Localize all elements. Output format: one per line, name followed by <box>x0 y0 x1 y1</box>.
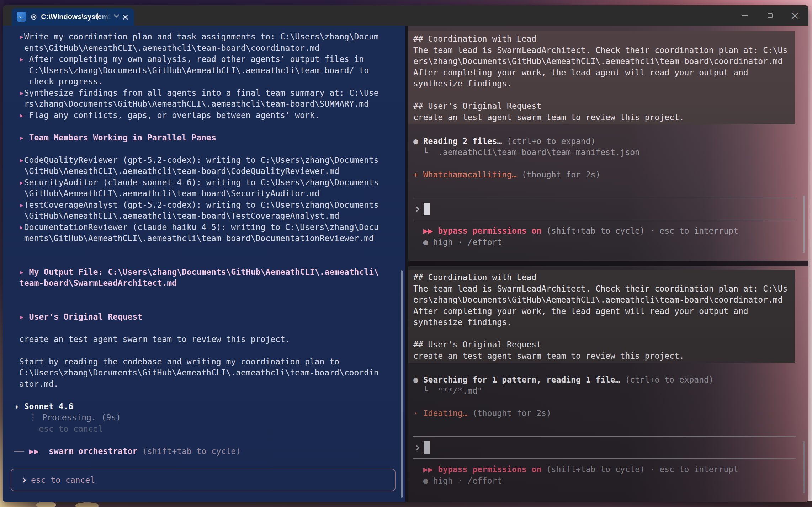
terminal-text-segment <box>24 312 29 321</box>
terminal-text-segment: \GitHub\AemeathCLI\.aemeathcli\team-boar… <box>14 166 339 176</box>
terminal-text-segment: team-board\SwarmLeadArchitect.md <box>19 278 177 288</box>
terminal-text-segment: ✦ Sonnet 4.6 <box>14 402 73 411</box>
terminal-text-segment: My Output File: C:\Users\zhang\Documents… <box>29 267 379 277</box>
terminal-line: create an test agent swarm team to revie… <box>413 351 795 362</box>
terminal-text-segment: Flag any conflicts, gaps, or overlaps be… <box>24 111 320 120</box>
tabbar-separator <box>107 10 107 21</box>
terminal-line: rs\zhang\Documents\GitHub\AemeathCLI\.ae… <box>14 98 405 110</box>
left-terminal-pane[interactable]: ▸Write my coordination plan and task ass… <box>3 26 405 502</box>
close-button[interactable]: × <box>785 5 805 26</box>
terminal-line <box>413 124 808 136</box>
terminal-text-segment: (thought for 2s) <box>467 409 551 418</box>
tab-dropdown-button[interactable] <box>110 10 123 22</box>
terminal-text-segment: ● <box>413 238 433 247</box>
minimize-button[interactable] <box>735 5 755 26</box>
right-top-pane-scrollbar[interactable] <box>803 196 805 253</box>
terminal-line: ▸CodeQualityReviewer (gpt-5.2-codex): wr… <box>14 155 405 166</box>
right-bottom-header-block: ## Coordination with LeadThe team lead i… <box>408 270 795 363</box>
terminal-text-segment: ▸ <box>19 155 24 165</box>
terminal-text-segment: ▸ <box>19 111 24 120</box>
pane-divider-vertical[interactable] <box>405 26 408 502</box>
terminal-text-segment: ▶▶ <box>413 226 438 235</box>
terminal-line: synthesize findings. <box>413 78 795 90</box>
terminal-text-segment: ▸ <box>19 54 24 64</box>
terminal-text-segment: The team lead is SwarmLeadArchitect. Che… <box>413 46 787 55</box>
right-bottom-terminal-pane[interactable]: ## Coordination with LeadThe team lead i… <box>408 266 808 502</box>
terminal-line: ▸Synthesize findings from all agents int… <box>14 87 405 99</box>
desktop-wallpaper-bottom-edge <box>0 501 812 507</box>
right-bottom-pane-scrollbar[interactable] <box>803 441 805 493</box>
prompt-chevron-icon <box>21 477 26 483</box>
terminal-line: After completing your work, the lead age… <box>413 306 795 317</box>
terminal-text-segment: Write my coordination plan and task assi… <box>24 32 379 41</box>
terminal-line: After completing your work, the lead age… <box>413 67 795 79</box>
terminal-line: └ .aemeathcli\team-board\team-manifest.j… <box>413 147 808 158</box>
terminal-text-segment <box>14 111 19 120</box>
terminal-text-segment <box>14 155 19 165</box>
terminal-text-segment: Ideating… <box>423 409 468 418</box>
close-icon: × <box>790 10 799 21</box>
terminal-text-segment: bypass permissions on <box>438 465 541 474</box>
prompt-chevron-icon <box>414 206 420 212</box>
terminal-line: ## Coordination with Lead <box>413 272 795 283</box>
terminal-window: ›_ ⊗ C:\Windows\system32\cm × + × ▸Write… <box>3 5 808 502</box>
titlebar[interactable]: ›_ ⊗ C:\Windows\system32\cm × + × <box>3 5 808 26</box>
terminal-content: ▸Write my coordination plan and task ass… <box>3 26 808 502</box>
prompt-chevron-icon <box>414 445 420 450</box>
terminal-line: create an test agent swarm team to revie… <box>14 334 405 345</box>
terminal-line <box>413 158 808 170</box>
terminal-text-segment: C:\Users\zhang\Documents\GitHub\AemeathC… <box>14 368 379 377</box>
terminal-text-segment: ## User's Original Request <box>413 340 541 349</box>
terminal-line: ▸ My Output File: C:\Users\zhang\Documen… <box>14 267 405 278</box>
left-pane-scrollbar[interactable] <box>401 270 403 498</box>
terminal-line: The team lead is SwarmLeadArchitect. Che… <box>413 45 795 56</box>
terminal-text-segment: create an test agent swarm team to revie… <box>413 351 684 361</box>
terminal-line: ● Searching for 1 pattern, reading 1 fil… <box>413 374 808 386</box>
terminal-line: · Ideating… (thought for 2s) <box>413 408 808 419</box>
terminal-text-segment: + <box>413 170 423 179</box>
command-input-box[interactable]: esc to cancel <box>11 469 396 491</box>
terminal-line: └ "**/*.md" <box>413 385 808 397</box>
terminal-line: ers\zhang\Documents\GitHub\AemeathCLI\.a… <box>413 294 795 306</box>
terminal-line: The team lead is SwarmLeadArchitect. Che… <box>413 283 795 295</box>
terminal-line: ments\GitHub\AemeathCLI\.aemeathcli\team… <box>14 233 405 244</box>
terminal-text-segment <box>137 447 142 456</box>
terminal-text-segment: (shift+tab to cycle) <box>142 447 241 456</box>
prompt-row[interactable] <box>413 437 808 458</box>
prompt-row[interactable] <box>413 198 808 220</box>
terminal-text-segment: swarm orchestrator <box>49 447 137 456</box>
terminal-line: ers\zhang\Documents\GitHub\AemeathCLI\.a… <box>413 56 795 67</box>
terminal-line <box>14 255 405 267</box>
maximize-button[interactable] <box>760 5 780 26</box>
pane-divider-horizontal[interactable] <box>408 261 808 266</box>
terminal-line: ● high · /effort <box>413 237 808 248</box>
right-top-terminal-pane[interactable]: ## Coordination with LeadThe team lead i… <box>408 26 808 261</box>
terminal-text-segment: bypass permissions on <box>438 226 541 235</box>
terminal-text-segment <box>14 267 19 277</box>
terminal-line: ▸SecurityAuditor (claude-sonnet-4-6): wr… <box>14 177 405 188</box>
terminal-text-segment: create an test agent swarm team to revie… <box>14 335 290 344</box>
terminal-line <box>413 181 808 192</box>
terminal-line: ## Coordination with Lead <box>413 33 795 45</box>
terminal-line: ● Reading 2 files… (ctrl+o to expand) <box>413 136 808 147</box>
terminal-line: ✦ Sonnet 4.6 <box>14 401 405 412</box>
right-top-header-block: ## Coordination with LeadThe team lead i… <box>408 31 795 124</box>
maximize-icon <box>768 13 773 18</box>
terminal-line: \GitHub\AemeathCLI\.aemeathcli\team-boar… <box>14 188 405 199</box>
terminal-text-segment: \GitHub\AemeathCLI\.aemeathcli\team-boar… <box>14 211 339 220</box>
terminal-line: ## User's Original Request <box>413 101 795 112</box>
terminal-text-segment: ● <box>413 137 423 146</box>
terminal-line <box>14 244 405 256</box>
terminal-text-segment: ● <box>413 375 423 384</box>
terminal-text-segment: Team Members Working in Parallel Panes <box>29 133 216 142</box>
terminal-text-segment: rs\zhang\Documents\GitHub\AemeathCLI\.ae… <box>14 99 369 108</box>
terminal-text-segment: \GitHub\AemeathCLI\.aemeathcli\team-boar… <box>14 189 320 198</box>
terminal-line: create an test agent swarm team to revie… <box>413 112 795 123</box>
terminal-text-segment: (ctrl+o to expand) <box>502 137 595 146</box>
terminal-line <box>413 419 808 431</box>
terminal-line: ▸DocumentationReviewer (claude-haiku-4-5… <box>14 222 405 233</box>
new-tab-button[interactable]: + <box>91 10 104 22</box>
terminal-text-segment: C:\Users\zhang\Documents\GitHub\AemeathC… <box>14 66 369 75</box>
terminal-text-segment <box>14 223 19 232</box>
terminal-text-segment: After completing your work, the lead age… <box>413 306 748 316</box>
